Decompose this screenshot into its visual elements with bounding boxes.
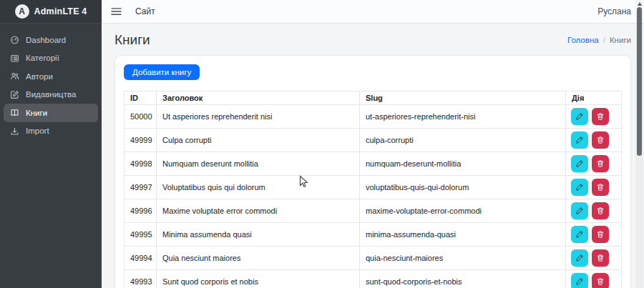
sidebar-item-label: Видавництва	[26, 90, 76, 99]
table-row: 49999 Culpa corrupti culpa-corrupti	[125, 129, 622, 152]
delete-button[interactable]	[592, 226, 609, 243]
cell-title: Quia nesciunt maiores	[157, 247, 360, 270]
trash-icon	[596, 207, 605, 215]
pencil-icon	[575, 159, 584, 168]
scrollbar-up-arrow-icon[interactable]	[638, 2, 642, 6]
cell-slug: quia-nesciunt-maiores	[360, 247, 566, 270]
table-row: 49994 Quia nesciunt maiores quia-nesciun…	[125, 247, 622, 270]
sidebar-item-dashboard[interactable]: Dashboard	[4, 31, 98, 49]
trash-icon	[596, 254, 605, 262]
page-title: Книги	[114, 32, 150, 48]
cell-id: 49994	[125, 247, 157, 270]
sidebar-item-authors[interactable]: Автори	[4, 67, 98, 86]
edit-button[interactable]	[571, 131, 588, 149]
adminlte-logo-icon: A	[15, 4, 29, 19]
cell-slug: ut-asperiores-reprehenderit-nisi	[360, 105, 566, 129]
page-header: Книги Головна / Книги	[114, 32, 631, 48]
cell-slug: sunt-quod-corporis-et-nobis	[360, 270, 566, 288]
trash-icon	[596, 183, 605, 192]
pencil-icon	[575, 183, 584, 192]
edit-button[interactable]	[571, 226, 588, 243]
delete-button[interactable]	[592, 179, 609, 196]
cell-id: 49997	[125, 176, 157, 199]
pencil-square-icon	[10, 90, 19, 99]
pencil-icon	[575, 207, 584, 215]
cell-title: Maxime voluptate error commodi	[157, 199, 360, 223]
edit-button[interactable]	[571, 108, 588, 125]
cell-slug: numquam-deserunt-mollitia	[360, 152, 566, 176]
sidebar-item-label: Книги	[26, 109, 47, 117]
top-navbar: Сайт Руслана	[102, 0, 644, 24]
breadcrumb-home-link[interactable]: Головна	[567, 36, 599, 44]
cell-actions	[566, 129, 622, 152]
delete-button[interactable]	[592, 108, 609, 125]
cell-id: 49999	[125, 129, 157, 152]
edit-button[interactable]	[571, 202, 588, 219]
add-book-button[interactable]: Добавити книгу	[124, 64, 200, 80]
app-window: A AdminLTE 4 Dashboard Категорії Ав	[0, 0, 644, 288]
table-row: 49996 Maxime voluptate error commodi max…	[125, 199, 622, 223]
books-table: ID Заголовок Slug Дія 50000 Ut asperiore…	[124, 91, 622, 288]
edit-button[interactable]	[571, 155, 588, 172]
sidebar-item-import[interactable]: Import	[4, 122, 98, 141]
cell-actions	[566, 270, 622, 288]
pencil-icon	[575, 230, 584, 239]
cell-slug: maxime-voluptate-error-commodi	[360, 199, 566, 223]
cell-id: 49998	[125, 152, 157, 176]
sidebar-item-publishers[interactable]: Видавництва	[4, 86, 98, 104]
cell-actions	[566, 247, 622, 270]
edit-button[interactable]	[571, 273, 588, 288]
delete-button[interactable]	[592, 202, 609, 219]
table-body: 50000 Ut asperiores reprehenderit nisi u…	[125, 105, 622, 288]
book-icon	[10, 108, 19, 117]
cell-title: Sunt quod corporis et nobis	[157, 270, 360, 288]
table-row: 50000 Ut asperiores reprehenderit nisi u…	[125, 105, 622, 129]
trash-icon	[596, 136, 605, 144]
sidebar-item-categories[interactable]: Категорії	[4, 49, 98, 68]
card-list-icon	[10, 54, 19, 63]
trash-icon	[596, 277, 605, 286]
table-row: 49998 Numquam deserunt mollitia numquam-…	[125, 152, 622, 176]
content-area: Книги Головна / Книги Добавити книгу ID	[102, 24, 644, 288]
breadcrumb-current: Книги	[610, 36, 631, 44]
table-row: 49993 Sunt quod corporis et nobis sunt-q…	[125, 270, 622, 288]
cell-actions	[566, 223, 622, 247]
sidebar-item-label: Import	[26, 126, 49, 135]
delete-button[interactable]	[592, 273, 609, 288]
sidebar-item-label: Автори	[26, 72, 53, 81]
delete-button[interactable]	[592, 131, 609, 149]
sidebar-item-label: Категорії	[26, 54, 59, 62]
sidebar-item-books[interactable]: Книги	[4, 104, 98, 122]
pencil-icon	[575, 277, 584, 286]
cell-title: Culpa corrupti	[157, 129, 360, 152]
cell-actions	[566, 199, 622, 223]
cell-title: Ut asperiores reprehenderit nisi	[157, 105, 360, 129]
scrollbar-thumb[interactable]	[637, 7, 642, 156]
header-id: ID	[125, 91, 157, 105]
delete-button[interactable]	[592, 249, 609, 267]
cell-title: Minima assumenda quasi	[157, 223, 360, 247]
cell-id: 49995	[125, 223, 157, 247]
download-icon	[10, 126, 19, 136]
edit-button[interactable]	[571, 249, 588, 267]
site-link[interactable]: Сайт	[135, 6, 155, 16]
cell-id: 50000	[125, 105, 157, 129]
brand[interactable]: A AdminLTE 4	[0, 0, 102, 24]
delete-button[interactable]	[592, 155, 609, 172]
vertical-scrollbar[interactable]	[635, 0, 643, 288]
pencil-icon	[575, 254, 584, 262]
edit-button[interactable]	[571, 179, 588, 196]
hamburger-icon[interactable]	[111, 6, 123, 16]
user-menu[interactable]: Руслана	[597, 6, 631, 16]
cell-title: Numquam deserunt mollitia	[157, 152, 360, 176]
people-icon	[10, 71, 19, 81]
cell-title: Voluptatibus quis qui dolorum	[157, 176, 360, 199]
pencil-icon	[575, 112, 584, 121]
trash-icon	[596, 159, 605, 168]
table-header-row: ID Заголовок Slug Дія	[125, 91, 622, 105]
pencil-icon	[575, 136, 584, 144]
cell-id: 49996	[125, 199, 157, 223]
header-title: Заголовок	[157, 91, 360, 105]
brand-name: AdminLTE 4	[34, 6, 87, 16]
header-slug: Slug	[360, 91, 566, 105]
